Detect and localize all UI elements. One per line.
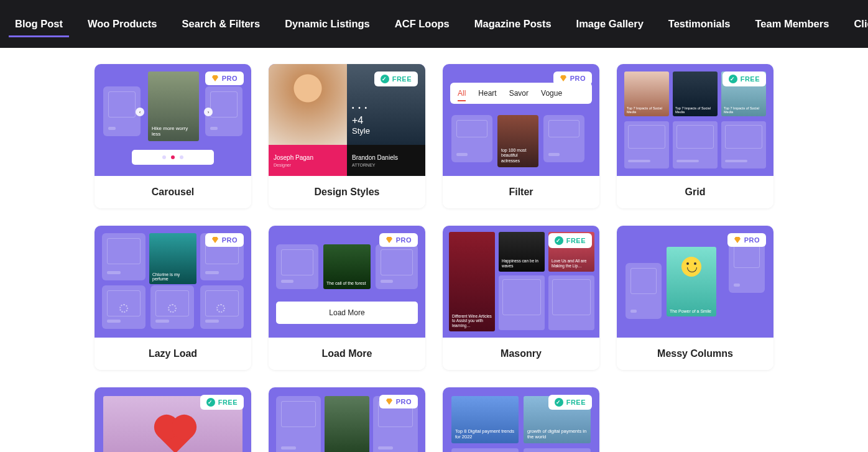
card-partial-1[interactable]: ✓FREE <box>95 387 251 452</box>
card-load-more[interactable]: PRO The call of the forest Load More Loa… <box>269 226 425 370</box>
load-more-button: Load More <box>276 302 418 324</box>
card-design-styles[interactable]: ✓FREE Joseph PaganDesigner • • • +4Style… <box>269 64 425 208</box>
filter-tab-all: All <box>458 89 466 98</box>
card-thumbnail: ✓FREE Top 7 Impacts of Social Media Top … <box>617 64 773 176</box>
diamond-icon <box>211 236 219 244</box>
nav-blog-post[interactable]: Blog Post <box>15 2 63 46</box>
tile-caption: Happiness can be in waves <box>502 259 542 269</box>
spinner-icon <box>119 304 128 313</box>
carousel-prev-icon: ‹ <box>136 108 144 116</box>
pro-badge: PRO <box>379 233 418 247</box>
card-title: Lazy Load <box>149 348 197 359</box>
card-carousel[interactable]: PRO Hike more worry less ‹ › Carousel <box>95 64 251 208</box>
nav-client-logos[interactable]: Client Logos <box>854 2 868 46</box>
nav-search-filters[interactable]: Search & Filters <box>182 2 261 46</box>
card-partial-2[interactable]: PRO Just Let Go and Fall <box>269 387 425 452</box>
card-title: Masonry <box>501 348 542 359</box>
card-thumbnail: PRO All Heart Savor Vogue top 100 most b… <box>443 64 599 176</box>
dots-icon: • • • <box>352 104 368 111</box>
overlay-text: Style <box>352 126 370 136</box>
filter-tab-vogue: Vogue <box>541 89 562 98</box>
tile-caption: The call of the forest <box>326 281 366 286</box>
free-badge: ✓FREE <box>374 71 418 86</box>
filter-tabs: All Heart Savor Vogue <box>450 83 592 104</box>
check-icon: ✓ <box>555 398 563 407</box>
card-thumbnail: ✓FREE <box>95 387 251 452</box>
demo-grid: PRO Hike more worry less ‹ › Carousel ✓F… <box>0 48 868 452</box>
spinner-icon <box>216 304 225 313</box>
tile-caption: growth of digital payments in the world <box>527 428 587 440</box>
pro-badge: PRO <box>727 233 766 247</box>
tile-caption: Love Us and All are Making the Lip… <box>552 259 591 269</box>
diamond-icon <box>560 75 567 82</box>
card-masonry[interactable]: ✓FREE Different Wine Articles to Assist … <box>443 226 599 370</box>
tile-caption: Top 7 Impacts of Social Media <box>724 106 764 114</box>
card-title: Messy Columns <box>657 348 733 359</box>
nav-team-members[interactable]: Team Members <box>755 2 829 46</box>
free-badge: ✓FREE <box>548 395 592 410</box>
filter-tab-savor: Savor <box>509 89 529 98</box>
card-title: Grid <box>685 187 706 198</box>
card-thumbnail: ✓FREE Different Wine Articles to Assist … <box>443 226 599 338</box>
nav-acf-loops[interactable]: ACF Loops <box>395 2 450 46</box>
check-icon: ✓ <box>729 75 737 83</box>
tile-caption: Top 7 Impacts of Social Media <box>675 106 715 114</box>
card-title: Load More <box>322 348 372 359</box>
tile-caption: Top 7 Impacts of Social Media <box>627 106 667 114</box>
nav-testimonials[interactable]: Testimonials <box>668 2 731 46</box>
spinner-icon <box>168 304 177 313</box>
nav-magazine-posts[interactable]: Magazine Posts <box>474 2 552 46</box>
slide-caption: Hike more worry less <box>152 126 195 137</box>
card-title: Design Styles <box>315 187 380 198</box>
carousel-next-icon: › <box>204 108 213 116</box>
diamond-icon <box>386 236 393 244</box>
card-lazy-load[interactable]: PRO Chlorine is my perfume Lazy Load <box>95 226 251 370</box>
pro-badge: PRO <box>205 233 244 247</box>
person-role: ATTORNEY <box>352 163 420 167</box>
card-grid[interactable]: ✓FREE Top 7 Impacts of Social Media Top … <box>617 64 773 208</box>
check-icon: ✓ <box>206 398 215 407</box>
tile-caption: The Power of a Smile <box>670 309 711 313</box>
tile-caption: top 100 most beautiful actresses <box>501 148 535 164</box>
diamond-icon <box>734 236 741 244</box>
tile-caption: Top 8 Digital payment trends for 2022 <box>455 428 515 440</box>
filter-tab-heart: Heart <box>478 89 496 98</box>
card-thumbnail: PRO The Power of a Smile <box>617 226 773 338</box>
card-title: Carousel <box>152 187 194 198</box>
carousel-dots <box>132 150 214 165</box>
pro-badge: PRO <box>553 71 592 85</box>
person-name: Joseph Pagan <box>274 154 342 161</box>
diamond-icon <box>386 398 393 405</box>
top-nav: Blog Post Woo Products Search & Filters … <box>0 0 868 48</box>
tile-caption: Chlorine is my perfume <box>152 272 193 281</box>
card-filter[interactable]: PRO All Heart Savor Vogue top 100 most b… <box>443 64 599 208</box>
card-thumbnail: PRO The call of the forest Load More <box>269 226 425 338</box>
card-messy-columns[interactable]: PRO The Power of a Smile Messy Columns <box>617 226 773 370</box>
card-thumbnail: ✓FREE Joseph PaganDesigner • • • +4Style… <box>269 64 425 176</box>
person-name: Brandon Daniels <box>352 154 420 161</box>
person-role: Designer <box>274 163 342 167</box>
pro-badge: PRO <box>379 395 418 408</box>
tile-caption: Different Wine Articles to Assist you wi… <box>452 314 492 328</box>
free-badge: ✓FREE <box>548 233 592 248</box>
nav-dynamic-listings[interactable]: Dynamic Listings <box>285 2 370 46</box>
card-thumbnail: PRO Hike more worry less ‹ › <box>95 64 251 176</box>
nav-woo-products[interactable]: Woo Products <box>88 2 157 46</box>
nav-image-gallery[interactable]: Image Gallery <box>576 2 644 46</box>
free-badge: ✓FREE <box>200 395 244 410</box>
card-partial-3[interactable]: ✓FREE Top 8 Digital payment trends for 2… <box>443 387 599 452</box>
heart-icon <box>158 418 193 452</box>
card-title: Filter <box>509 187 533 198</box>
check-icon: ✓ <box>555 236 563 245</box>
free-badge: ✓FREE <box>723 71 766 86</box>
card-thumbnail: PRO Just Let Go and Fall <box>269 387 425 452</box>
diamond-icon <box>211 75 219 82</box>
card-thumbnail: PRO Chlorine is my perfume <box>95 226 251 338</box>
smiley-icon <box>681 257 701 277</box>
pro-badge: PRO <box>205 71 244 85</box>
check-icon: ✓ <box>381 75 389 83</box>
card-thumbnail: ✓FREE Top 8 Digital payment trends for 2… <box>443 387 599 452</box>
overlay-count: +4 <box>352 115 370 126</box>
